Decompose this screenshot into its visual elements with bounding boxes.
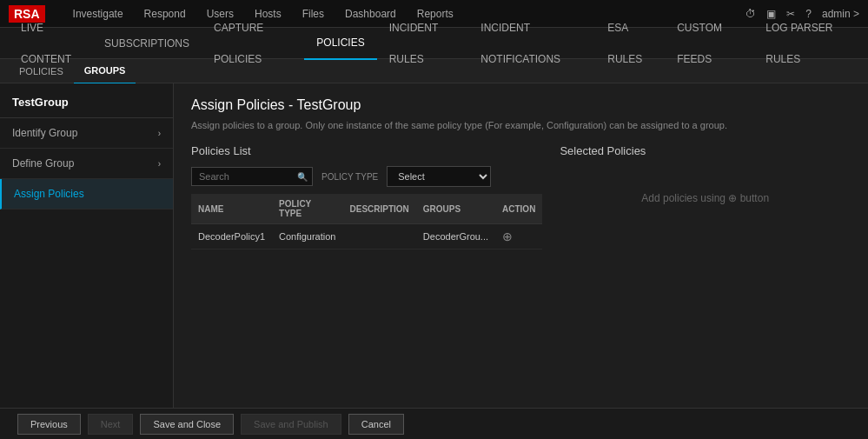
policies-table: NAME POLICY TYPE DESCRIPTION GROUPS ACTI…	[191, 194, 542, 249]
search-icon: 🔍	[297, 172, 308, 182]
save-publish-button[interactable]: Save and Publish	[241, 414, 341, 435]
page-title: Assign Policies - TestGroup	[191, 97, 851, 113]
search-input-wrap: 🔍	[191, 167, 313, 186]
cell-groups: DecoderGrou...	[416, 224, 495, 249]
nav-incident-notifications[interactable]: INCIDENT NOTIFICATIONS	[468, 12, 595, 75]
tab-policies[interactable]: POLICIES	[9, 59, 74, 83]
col-action: ACTION	[495, 194, 542, 224]
main-layout: TestGroup Identify Group › Define Group …	[0, 83, 868, 408]
col-description: DESCRIPTION	[342, 194, 415, 224]
col-policy-type: POLICY TYPE	[272, 194, 342, 224]
sidebar-item-label: Assign Policies	[14, 188, 84, 200]
page-subtitle: Assign policies to a group. Only one ins…	[191, 120, 851, 130]
footer: Previous Next Save and Close Save and Pu…	[0, 408, 868, 439]
policy-type-label: POLICY TYPE	[321, 172, 378, 182]
chevron-right-icon: ›	[158, 159, 161, 169]
policies-list-title: Policies List	[191, 144, 542, 157]
nav-esa-rules[interactable]: ESA RULES	[595, 12, 665, 75]
nav-subscriptions[interactable]: SUBSCRIPTIONS	[92, 28, 202, 59]
sidebar-item-label: Identify Group	[12, 127, 77, 139]
cancel-button[interactable]: Cancel	[348, 414, 404, 435]
cell-action[interactable]: ⊕	[495, 224, 542, 249]
col-name: NAME	[191, 194, 272, 224]
sidebar-item-define-group[interactable]: Define Group ›	[0, 149, 173, 179]
cell-description	[342, 224, 415, 249]
add-policy-icon[interactable]: ⊕	[502, 229, 513, 243]
policies-section: Policies List 🔍 POLICY TYPE Select NAME	[191, 144, 851, 249]
tab-groups[interactable]: GROUPS	[74, 58, 136, 84]
sidebar-item-identify-group[interactable]: Identify Group ›	[0, 118, 173, 149]
sidebar-item-assign-policies[interactable]: Assign Policies	[0, 179, 173, 210]
sidebar-title: TestGroup	[0, 83, 173, 118]
policy-type-select[interactable]: Select	[387, 166, 491, 187]
next-button[interactable]: Next	[88, 414, 134, 435]
content-area: Assign Policies - TestGroup Assign polic…	[174, 83, 868, 408]
previous-button[interactable]: Previous	[17, 414, 81, 435]
sidebar: TestGroup Identify Group › Define Group …	[0, 83, 174, 408]
selected-policies-title: Selected Policies	[560, 144, 851, 157]
nav-respond[interactable]: Respond	[134, 0, 196, 28]
nav-log-parser-rules[interactable]: LOG PARSER RULES	[753, 12, 859, 75]
add-hint: Add policies using ⊕ button	[560, 192, 851, 204]
nav-capture-policies[interactable]: CAPTURE POLICIES	[202, 12, 304, 75]
nav-incident-rules[interactable]: INCIDENT RULES	[377, 12, 469, 75]
col-groups: GROUPS	[416, 194, 495, 224]
table-row: DecoderPolicy1 Configuration DecoderGrou…	[191, 224, 542, 249]
cell-policy-type: Configuration	[272, 224, 342, 249]
nav-custom-feeds[interactable]: CUSTOM FEEDS	[665, 12, 753, 75]
selected-policies: Selected Policies Add policies using ⊕ b…	[560, 144, 851, 249]
policies-list: Policies List 🔍 POLICY TYPE Select NAME	[191, 144, 542, 249]
search-bar-row: 🔍 POLICY TYPE Select	[191, 166, 542, 187]
second-nav: LIVE CONTENT SUBSCRIPTIONS CAPTURE POLIC…	[0, 28, 868, 59]
nav-policies[interactable]: POLICIES	[304, 27, 376, 60]
sidebar-item-label: Define Group	[12, 157, 74, 170]
search-input[interactable]	[191, 167, 313, 186]
cell-name: DecoderPolicy1	[191, 224, 272, 249]
save-close-button[interactable]: Save and Close	[140, 414, 234, 435]
chevron-right-icon: ›	[158, 129, 161, 138]
